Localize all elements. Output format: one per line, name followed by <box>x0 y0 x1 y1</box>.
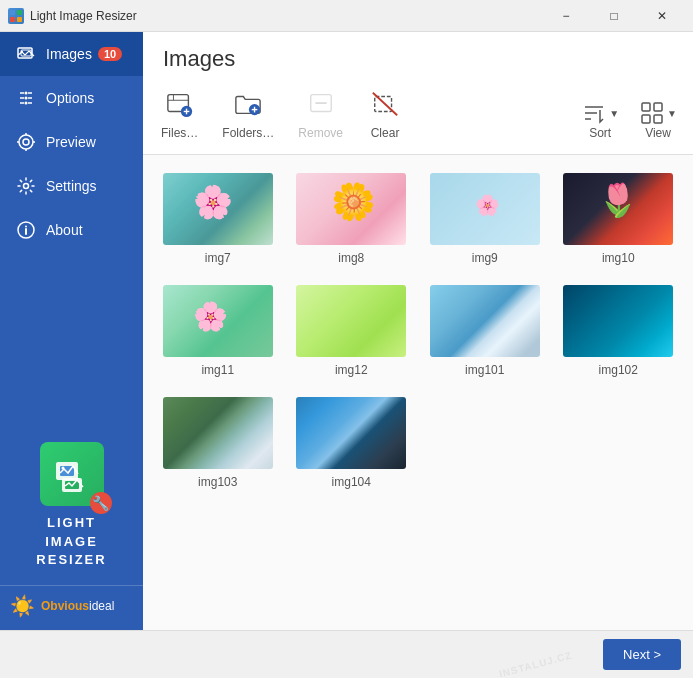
svg-rect-48 <box>654 115 662 123</box>
image-thumb-img103 <box>163 397 273 469</box>
image-item-img10[interactable]: img10 <box>556 167 682 271</box>
sort-button[interactable]: ▼ Sort <box>573 94 627 146</box>
image-thumb-inner-img12 <box>296 285 406 357</box>
image-name-img103: img103 <box>198 475 237 489</box>
image-thumb-inner-img103 <box>163 397 273 469</box>
clear-icon <box>371 90 399 124</box>
svg-point-9 <box>25 102 28 105</box>
images-badge: 10 <box>98 47 122 61</box>
next-button[interactable]: Next > <box>603 639 681 670</box>
settings-icon <box>16 176 36 196</box>
view-dropdown-arrow: ▼ <box>667 108 677 119</box>
image-item-img7[interactable]: img7 <box>155 167 281 271</box>
footer: INSTALUJ.CZ Next > <box>0 630 693 678</box>
image-thumb-img7 <box>163 173 273 245</box>
preview-icon <box>16 132 36 152</box>
image-item-img11[interactable]: img11 <box>155 279 281 383</box>
image-item-img102[interactable]: img102 <box>556 279 682 383</box>
svg-point-28 <box>61 467 64 470</box>
window-controls: − □ ✕ <box>543 2 685 30</box>
logo-text: LIGHTIMAGERESIZER <box>36 514 106 569</box>
image-item-img9[interactable]: img9 <box>422 167 548 271</box>
add-files-label: Files… <box>161 126 198 140</box>
view-button[interactable]: ▼ View <box>631 94 685 146</box>
images-icon <box>16 44 36 64</box>
image-item-img12[interactable]: img12 <box>289 279 415 383</box>
page-title: Images <box>163 46 673 72</box>
image-thumb-img8 <box>296 173 406 245</box>
toolbar-right: ▼ Sort ▼ View <box>573 94 685 146</box>
image-item-img104[interactable]: img104 <box>289 391 415 495</box>
image-grid: img7img8img9img10img11img12img101img102i… <box>155 167 681 495</box>
svg-rect-1 <box>17 10 22 15</box>
watermark: INSTALUJ.CZ <box>498 649 574 678</box>
image-thumb-inner-img101 <box>430 285 540 357</box>
image-name-img11: img11 <box>201 363 234 377</box>
options-label: Options <box>46 90 94 106</box>
svg-rect-40 <box>375 97 392 112</box>
sidebar-item-settings[interactable]: Settings <box>0 164 143 208</box>
remove-button[interactable]: Remove <box>288 84 353 146</box>
image-thumb-img12 <box>296 285 406 357</box>
image-thumb-inner-img102 <box>563 285 673 357</box>
svg-rect-0 <box>10 10 15 15</box>
content-header: Images <box>143 32 693 84</box>
sort-icon <box>581 100 607 126</box>
brand-icon: ☀️ <box>10 594 35 618</box>
svg-rect-2 <box>10 17 15 22</box>
image-name-img8: img8 <box>338 251 364 265</box>
svg-point-17 <box>23 139 29 145</box>
remove-label: Remove <box>298 126 343 140</box>
svg-rect-3 <box>17 17 22 22</box>
sidebar-item-about[interactable]: About <box>0 208 143 252</box>
svg-point-8 <box>25 97 28 100</box>
sidebar-item-options[interactable]: Options <box>0 76 143 120</box>
add-folders-button[interactable]: Folders… <box>212 84 284 146</box>
sort-dropdown-arrow: ▼ <box>609 108 619 119</box>
image-name-img102: img102 <box>599 363 638 377</box>
remove-icon <box>307 90 335 124</box>
close-button[interactable]: ✕ <box>639 2 685 30</box>
view-icon-container: ▼ <box>639 100 677 126</box>
image-name-img104: img104 <box>332 475 371 489</box>
view-label: View <box>645 126 671 140</box>
image-item-img101[interactable]: img101 <box>422 279 548 383</box>
image-thumb-inner-img7 <box>163 173 273 245</box>
sidebar-nav: Images 10 <box>0 32 143 426</box>
svg-rect-47 <box>642 115 650 123</box>
brand-text: Obviousideal <box>41 599 114 613</box>
image-thumb-inner-img11 <box>163 285 273 357</box>
brand-footer[interactable]: ☀️ Obviousideal <box>0 585 143 630</box>
image-thumb-inner-img10 <box>563 173 673 245</box>
image-name-img7: img7 <box>205 251 231 265</box>
image-item-img103[interactable]: img103 <box>155 391 281 495</box>
sidebar-item-images[interactable]: Images 10 <box>0 32 143 76</box>
svg-point-16 <box>19 135 33 149</box>
sort-icon-container: ▼ <box>581 100 619 126</box>
preview-label: Preview <box>46 134 96 150</box>
add-folder-icon <box>234 90 262 124</box>
toolbar: Files… Folders… <box>143 84 693 155</box>
image-thumb-img104 <box>296 397 406 469</box>
sidebar-item-preview[interactable]: Preview <box>0 120 143 164</box>
minimize-button[interactable]: − <box>543 2 589 30</box>
view-icon <box>639 100 665 126</box>
settings-label: Settings <box>46 178 97 194</box>
sort-label: Sort <box>589 126 611 140</box>
image-thumb-inner-img8 <box>296 173 406 245</box>
image-thumb-img101 <box>430 285 540 357</box>
about-icon <box>16 220 36 240</box>
app-logo: 🔧 <box>40 442 104 506</box>
add-files-button[interactable]: Files… <box>151 84 208 146</box>
clear-button[interactable]: Clear <box>357 84 413 146</box>
image-thumb-inner-img9 <box>430 173 540 245</box>
svg-point-6 <box>21 51 23 53</box>
image-thumb-img10 <box>563 173 673 245</box>
image-name-img12: img12 <box>335 363 368 377</box>
content-area: Images Files… <box>143 32 693 630</box>
sidebar-bottom: 🔧 LIGHTIMAGERESIZER <box>0 426 143 585</box>
svg-rect-46 <box>654 103 662 111</box>
image-grid-container: img7img8img9img10img11img12img101img102i… <box>143 155 693 630</box>
maximize-button[interactable]: □ <box>591 2 637 30</box>
image-item-img8[interactable]: img8 <box>289 167 415 271</box>
